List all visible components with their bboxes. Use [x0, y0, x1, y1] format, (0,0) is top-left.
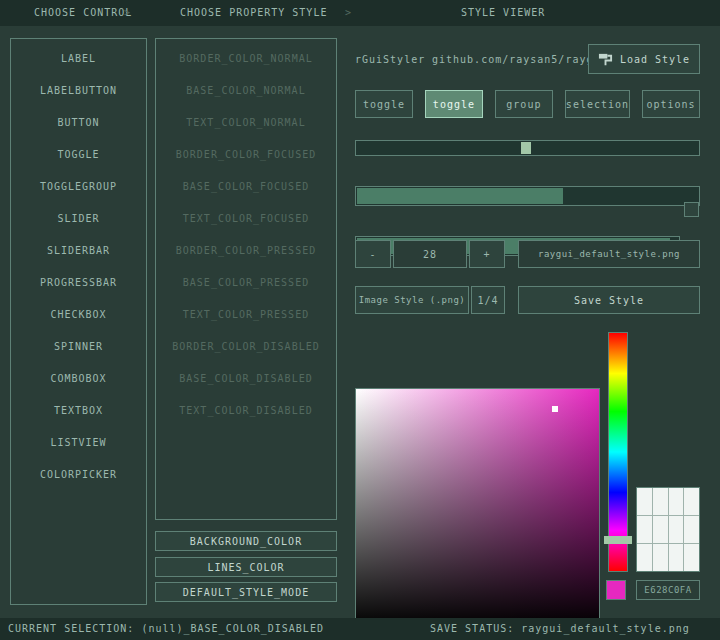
slider-bar-fill: [357, 188, 563, 204]
current-selection-status: CURRENT SELECTION: (null)_BASE_COLOR_DIS…: [8, 618, 324, 640]
color-palette-grid: [636, 487, 700, 572]
color-picker-cursor[interactable]: [552, 406, 558, 412]
control-list-item[interactable]: LABEL: [11, 42, 146, 74]
spinner-value[interactable]: 28: [393, 240, 467, 268]
property-list-item[interactable]: BASE_COLOR_PRESSED: [156, 266, 336, 298]
default-style-mode-button[interactable]: DEFAULT_STYLE_MODE: [155, 582, 337, 602]
palette-cell[interactable]: [637, 544, 652, 571]
load-style-button[interactable]: Load Style: [588, 44, 700, 74]
breadcrumb-choose-property: CHOOSE PROPERTY STYLE: [180, 0, 327, 26]
control-list-item[interactable]: CHECKBOX: [11, 298, 146, 330]
toggle-item[interactable]: selection: [565, 90, 630, 118]
combobox-ratio[interactable]: 1/4: [471, 286, 505, 314]
control-list-item[interactable]: LABELBUTTON: [11, 74, 146, 106]
property-list-item[interactable]: BASE_COLOR_NORMAL: [156, 74, 336, 106]
property-list-item[interactable]: TEXT_COLOR_NORMAL: [156, 106, 336, 138]
breadcrumb-choose-control: CHOOSE CONTROL: [34, 0, 132, 26]
breadcrumb-arrow-icon: >: [345, 0, 352, 26]
properties-list-panel: BORDER_COLOR_NORMAL BASE_COLOR_NORMAL TE…: [155, 38, 337, 520]
palette-cell[interactable]: [637, 488, 652, 515]
palette-cell[interactable]: [653, 488, 668, 515]
checkbox[interactable]: [684, 202, 699, 217]
property-list-item[interactable]: BORDER_COLOR_FOCUSED: [156, 138, 336, 170]
toggle-item[interactable]: options: [642, 90, 700, 118]
toggle-group: toggle toggle group selection options: [355, 90, 700, 118]
hex-value-textbox[interactable]: E628C0FA: [636, 580, 700, 600]
load-style-label: Load Style: [620, 54, 690, 65]
slider-handle[interactable]: [521, 142, 531, 154]
toggle-item[interactable]: group: [495, 90, 553, 118]
section-title-style-viewer: STYLE VIEWER: [461, 0, 545, 26]
image-style-combobox[interactable]: Image Style (.png): [355, 286, 469, 314]
control-list-item[interactable]: SLIDERBAR: [11, 234, 146, 266]
control-list-item[interactable]: COLORPICKER: [11, 458, 146, 490]
toggle-item-active[interactable]: toggle: [425, 90, 483, 118]
property-list-item[interactable]: BORDER_COLOR_NORMAL: [156, 42, 336, 74]
current-color-swatch: [606, 580, 626, 600]
property-list-item[interactable]: BASE_COLOR_FOCUSED: [156, 170, 336, 202]
property-list-item[interactable]: BASE_COLOR_DISABLED: [156, 362, 336, 394]
color-picker-panel[interactable]: [355, 388, 600, 628]
palette-cell[interactable]: [669, 516, 684, 543]
toggle-item[interactable]: toggle: [355, 90, 413, 118]
palette-cell[interactable]: [637, 516, 652, 543]
bottom-statusbar: CURRENT SELECTION: (null)_BASE_COLOR_DIS…: [0, 618, 720, 640]
control-list-item[interactable]: TEXTBOX: [11, 394, 146, 426]
filename-textbox[interactable]: raygui_default_style.png: [518, 240, 700, 268]
control-list-item[interactable]: PROGRESSBAR: [11, 266, 146, 298]
lines-color-button[interactable]: LINES_COLOR: [155, 557, 337, 577]
slider[interactable]: [355, 140, 700, 156]
control-list-item[interactable]: SLIDER: [11, 202, 146, 234]
property-list-item[interactable]: BORDER_COLOR_PRESSED: [156, 234, 336, 266]
save-style-button[interactable]: Save Style: [518, 286, 700, 314]
breadcrumb-arrow-icon: >: [124, 0, 131, 26]
spinner-minus-button[interactable]: -: [355, 240, 391, 268]
hue-bar-handle[interactable]: [604, 536, 632, 544]
slider-bar[interactable]: [355, 186, 700, 206]
palette-cell[interactable]: [653, 544, 668, 571]
property-list-item[interactable]: TEXT_COLOR_FOCUSED: [156, 202, 336, 234]
property-list-item[interactable]: BORDER_COLOR_DISABLED: [156, 330, 336, 362]
controls-list-panel: LABEL LABELBUTTON BUTTON TOGGLE TOGGLEGR…: [10, 38, 147, 605]
top-statusbar: CHOOSE CONTROL > CHOOSE PROPERTY STYLE >…: [0, 0, 720, 26]
palette-cell[interactable]: [669, 488, 684, 515]
save-status: SAVE STATUS: raygui_default_style.png: [430, 618, 690, 640]
app-title: rGuiStyler: [355, 46, 425, 72]
spinner-plus-button[interactable]: +: [469, 240, 505, 268]
palette-cell[interactable]: [653, 516, 668, 543]
palette-cell[interactable]: [684, 488, 699, 515]
property-list-item[interactable]: TEXT_COLOR_PRESSED: [156, 298, 336, 330]
control-list-item[interactable]: BUTTON: [11, 106, 146, 138]
paint-roller-icon: [598, 52, 613, 67]
control-list-item[interactable]: TOGGLEGROUP: [11, 170, 146, 202]
palette-cell[interactable]: [669, 544, 684, 571]
palette-cell[interactable]: [684, 516, 699, 543]
control-list-item[interactable]: SPINNER: [11, 330, 146, 362]
palette-cell[interactable]: [684, 544, 699, 571]
background-color-button[interactable]: BACKGROUND_COLOR: [155, 531, 337, 551]
repo-link[interactable]: github.com/raysan5/raygui: [432, 46, 608, 72]
property-list-item[interactable]: TEXT_COLOR_DISABLED: [156, 394, 336, 426]
control-list-item[interactable]: COMBOBOX: [11, 362, 146, 394]
control-list-item[interactable]: TOGGLE: [11, 138, 146, 170]
control-list-item[interactable]: LISTVIEW: [11, 426, 146, 458]
